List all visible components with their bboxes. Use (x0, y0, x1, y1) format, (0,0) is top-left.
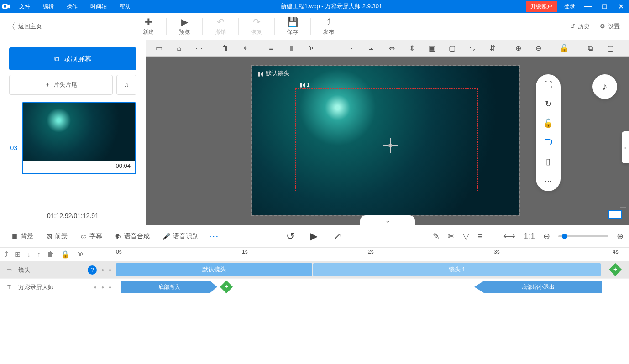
eye-icon[interactable]: 👁 (76, 250, 84, 259)
zoom-slider[interactable] (558, 235, 608, 237)
menu-action[interactable]: 操作 (60, 0, 84, 13)
target-icon[interactable]: ⌖ (236, 42, 254, 55)
camera-clip-default[interactable]: 默认镜头 (116, 263, 312, 276)
bring-front-icon[interactable]: ▣ (423, 42, 441, 55)
align-center-h-icon[interactable]: ⫴ (282, 42, 300, 55)
save-button[interactable]: 💾保存 (276, 13, 309, 40)
zoom-in-icon[interactable]: ⊕ (509, 42, 527, 55)
align-top-icon[interactable]: ⫟ (322, 42, 341, 55)
expand-button[interactable]: ⤢ (333, 230, 341, 242)
menu-timeline[interactable]: 时间轴 (84, 0, 113, 13)
head-tail-button[interactable]: ＋片头片尾 (9, 75, 113, 95)
trash-icon[interactable]: 🗑 (216, 42, 234, 55)
mini-frame-small-icon[interactable] (620, 203, 626, 208)
distribute-h-icon[interactable]: ⇔ (383, 42, 401, 55)
new-button[interactable]: ✚新建 (131, 13, 165, 40)
more-dots-icon[interactable]: ⋯ (542, 176, 555, 186)
preview-button[interactable]: ▶预览 (168, 13, 201, 40)
cut-icon[interactable]: ✂ (448, 231, 455, 241)
publish-button[interactable]: ⤴发布 (312, 13, 346, 40)
timeline-ruler[interactable]: 0s 1s 2s 3s 4s (116, 248, 629, 261)
unlock-icon[interactable]: 🔓 (555, 42, 573, 55)
history-button[interactable]: ↺历史 (570, 22, 590, 31)
clip-thumbnail[interactable]: 00:04 (22, 102, 136, 174)
camera-clip-1[interactable]: 镜头 1 (313, 263, 601, 276)
rotate-icon[interactable]: ↻ (542, 99, 555, 109)
send-back-icon[interactable]: ▢ (443, 42, 461, 55)
add-text-key-button[interactable]: + (220, 281, 233, 293)
collapse-preview-button[interactable]: ⌄ (360, 215, 415, 225)
tab-tts[interactable]: 🗣语音合成 (109, 225, 156, 248)
flip-h-icon[interactable]: ⇋ (463, 42, 481, 55)
back-home-button[interactable]: 〈 返回主页 (0, 13, 49, 40)
align-middle-icon[interactable]: ⫞ (342, 42, 361, 55)
preview-frame[interactable]: ▮◖ 默认镜头 ▮◖ 1 (251, 65, 520, 216)
help-button[interactable]: ? (88, 265, 97, 275)
paste-icon[interactable]: ▢ (601, 42, 619, 55)
panel-more-button[interactable]: ⋯ (205, 230, 222, 242)
minimize-button[interactable]: — (580, 2, 596, 10)
tab-background[interactable]: ▦背景 (5, 225, 40, 248)
row-dot[interactable]: ● (109, 285, 111, 290)
edit-icon[interactable]: ✎ (433, 231, 440, 241)
text-exit-clip[interactable]: 底部缩小退出 (474, 281, 602, 293)
tab-subtitle[interactable]: ㏄字幕 (74, 225, 109, 248)
more-icon[interactable]: ⋯ (190, 42, 208, 55)
clip-item[interactable]: 03 00:04 (8, 102, 137, 174)
one-to-one-icon[interactable]: 1:1 (524, 232, 535, 241)
sound-button[interactable]: ♪ (592, 74, 617, 99)
down-arrow-icon[interactable]: ↓ (27, 250, 31, 259)
undo-button[interactable]: ↶撤销 (204, 13, 237, 40)
up-arrow-icon[interactable]: ↑ (37, 250, 41, 259)
camera-row-body[interactable]: 默认镜头 镜头 1 + (116, 261, 629, 278)
row-dot[interactable]: ● (109, 267, 111, 272)
tab-foreground[interactable]: ▧前景 (40, 225, 74, 248)
copy-icon[interactable]: ⧉ (581, 42, 599, 55)
record-screen-button[interactable]: ⧉ 录制屏幕 (9, 47, 136, 70)
play-button[interactable]: ▶ (310, 230, 318, 242)
sliders-icon[interactable]: ≡ (477, 232, 482, 241)
menu-file[interactable]: 文件 (13, 0, 37, 13)
redo-button[interactable]: ↷恢复 (240, 13, 273, 40)
fullscreen-icon[interactable]: ⛶ (542, 80, 555, 90)
fit-width-icon[interactable]: ⟷ (503, 231, 515, 241)
text-row-body[interactable]: 底部渐入 + 底部缩小退出 (116, 279, 629, 296)
settings-button[interactable]: ⚙设置 (600, 22, 620, 31)
login-button[interactable]: 登录 (560, 3, 580, 10)
delete-icon[interactable]: 🗑 (47, 250, 54, 259)
upgrade-button[interactable]: 升级账户 (526, 1, 557, 12)
music-button[interactable]: ♫ (116, 75, 136, 95)
lock-icon[interactable]: 🔓 (542, 118, 555, 128)
zoom-out-button[interactable]: ⊖ (543, 231, 550, 241)
mobile-icon[interactable]: ▯ (542, 156, 555, 166)
add-camera-button[interactable]: + (609, 263, 622, 276)
align-bottom-icon[interactable]: ⫠ (362, 42, 381, 55)
row-dot[interactable]: ● (94, 285, 97, 290)
desktop-icon[interactable]: 🖵 (542, 137, 555, 147)
menu-help[interactable]: 帮助 (113, 0, 137, 13)
maximize-button[interactable]: □ (596, 2, 613, 10)
lock-track-icon[interactable]: 🔒 (61, 250, 70, 259)
add-folder-icon[interactable]: ⊞ (15, 250, 21, 259)
mini-frame-icon[interactable] (608, 210, 622, 219)
rect-tool-icon[interactable]: ▭ (150, 42, 168, 55)
thumbnail-image (23, 103, 135, 161)
home-icon[interactable]: ⌂ (170, 42, 188, 55)
distribute-v-icon[interactable]: ⇕ (403, 42, 421, 55)
zoom-out-icon[interactable]: ⊖ (529, 42, 547, 55)
edge-collapse-button[interactable]: ‹ (622, 131, 629, 163)
close-button[interactable]: ✕ (613, 2, 629, 11)
rewind-button[interactable]: ↺ (286, 230, 294, 242)
tab-asr[interactable]: 🎤语音识别 (156, 225, 205, 248)
menu-edit[interactable]: 编辑 (37, 0, 60, 13)
text-entry-clip[interactable]: 底部渐入 (121, 281, 217, 293)
row-dot[interactable]: ● (101, 267, 104, 272)
align-left-icon[interactable]: ≡ (262, 42, 280, 55)
row-dot[interactable]: ● (101, 285, 104, 290)
filter-icon[interactable]: ▽ (463, 231, 469, 241)
flip-v-icon[interactable]: ⇵ (483, 42, 501, 55)
zoom-knob[interactable] (562, 234, 567, 239)
export-icon[interactable]: ⤴ (5, 250, 8, 259)
align-right-icon[interactable]: ⫸ (302, 42, 320, 55)
zoom-in-button[interactable]: ⊕ (617, 231, 624, 241)
